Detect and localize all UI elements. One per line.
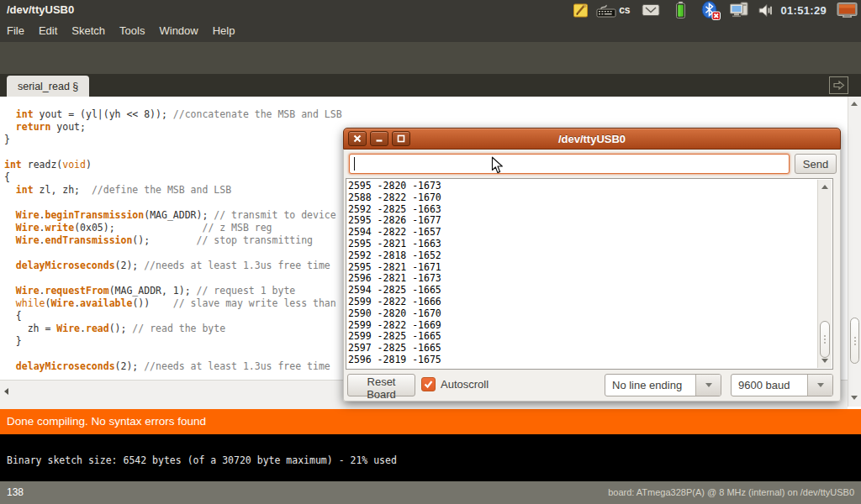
menu-bar: FileEditSketchToolsWindowHelp [0, 20, 861, 42]
autoscroll-label: Autoscroll [441, 373, 489, 396]
serial-output-row: 2596 -2819 -1675 [346, 354, 832, 366]
serial-controls-bar: Reset Board Autoscroll No line ending 96… [344, 373, 840, 402]
serial-output-row: 2594 -2825 -1665 [346, 285, 832, 297]
menu-item-help[interactable]: Help [213, 20, 235, 42]
line-ending-select[interactable]: No line ending [605, 374, 721, 396]
baud-rate-select[interactable]: 9600 baud [731, 374, 833, 396]
grip-icon [824, 339, 826, 340]
code-line: int yout = (yl|(yh << 8)); //concatenate… [4, 108, 848, 121]
serial-output-scrollbar[interactable] [817, 180, 832, 368]
editor-vertical-scrollbar[interactable] [848, 97, 861, 407]
text-caret [354, 157, 355, 171]
menu-item-file[interactable]: File [7, 20, 24, 42]
arrow-right-icon [832, 80, 845, 91]
mail-icon[interactable] [642, 3, 660, 17]
display-icon[interactable] [837, 2, 858, 19]
notification-bar: Done compiling. No syntax errors found [0, 409, 861, 434]
scroll-up-icon[interactable] [821, 185, 828, 189]
system-tray: cs 01:51:29 [573, 0, 859, 20]
keyboard-layout-indicator[interactable]: cs [619, 4, 630, 16]
notification-text: Done compiling. No syntax errors found [7, 409, 206, 434]
menu-item-tools[interactable]: Tools [119, 20, 145, 42]
serial-monitor-window: /dev/ttyUSB0 Send 2595 -2820 -16732588 -… [343, 128, 841, 402]
serial-output-row: 2595 -2826 -1677 [346, 215, 832, 227]
scrollbar-thumb[interactable] [820, 321, 830, 358]
serial-output-row: 2599 -2825 -1665 [346, 331, 832, 343]
serial-output-row: 2599 -2822 -1669 [346, 320, 832, 332]
serial-output-row: 2599 -2822 -1666 [346, 297, 832, 308]
serial-output-row: 2590 -2820 -1670 [346, 308, 832, 320]
serial-output-row: 2595 -2821 -1663 [346, 239, 832, 250]
tab-list-button[interactable] [829, 76, 848, 94]
serial-output-row: 2592 -2825 -1663 [346, 204, 832, 216]
serial-output-row: 2592 -2818 -1652 [346, 250, 832, 262]
battery-icon[interactable] [673, 1, 688, 19]
menu-item-sketch[interactable]: Sketch [71, 20, 105, 42]
scroll-down-icon[interactable] [851, 396, 858, 400]
panel-window-title: /dev/ttyUSB0 [7, 0, 74, 20]
serial-output-row: 2588 -2822 -1670 [346, 192, 832, 204]
status-bar: 138 board: ATmega328P(A) @ 8 MHz (intern… [0, 481, 861, 504]
serial-output-row: 2596 -2821 -1673 [346, 273, 832, 285]
mouse-cursor [491, 156, 504, 178]
autoscroll-checkbox[interactable] [421, 377, 436, 391]
top-panel: /dev/ttyUSB0 cs 01:51: [0, 0, 861, 20]
console-output: Binary sketch size: 6542 bytes (of a 307… [0, 434, 861, 481]
serial-output-rows: 2595 -2820 -16732588 -2822 -16702592 -28… [346, 179, 832, 366]
network-icon[interactable] [729, 1, 751, 19]
serial-window-body: Send 2595 -2820 -16732588 -2822 -1670259… [343, 150, 841, 402]
grip-icon [854, 340, 856, 342]
menu-item-edit[interactable]: Edit [39, 20, 57, 42]
menu-item-window[interactable]: Window [159, 20, 198, 42]
line-number-indicator: 138 [7, 481, 24, 503]
bluetooth-icon[interactable] [700, 1, 721, 20]
arduino-ide-screen: /dev/ttyUSB0 cs 01:51: [0, 0, 861, 504]
volume-icon[interactable] [758, 3, 774, 18]
dropdown-button[interactable] [807, 375, 832, 396]
check-icon [423, 379, 434, 390]
serial-output-row: 2595 -2820 -1673 [346, 181, 832, 192]
serial-window-title: /dev/ttyUSB0 [344, 129, 840, 150]
scroll-left-icon[interactable] [4, 388, 8, 395]
reset-board-button[interactable]: Reset Board [347, 374, 415, 396]
serial-window-titlebar[interactable]: /dev/ttyUSB0 [343, 128, 841, 150]
keyboard-icon[interactable] [596, 2, 616, 19]
board-indicator: board: ATmega328P(A) @ 8 MHz (internal) … [608, 481, 854, 503]
clock[interactable]: 01:51:29 [781, 4, 827, 17]
chevron-down-icon [705, 383, 712, 387]
serial-output-row: 2595 -2821 -1671 [346, 262, 832, 274]
toolbar [0, 42, 861, 74]
scroll-down-icon[interactable] [821, 359, 828, 363]
scrollbar-thumb[interactable] [850, 318, 859, 364]
tab-serial-read[interactable]: serial_read § [7, 76, 89, 97]
scroll-up-icon[interactable] [851, 102, 858, 106]
serial-output-area[interactable]: 2595 -2820 -16732588 -2822 -16702592 -28… [346, 178, 833, 370]
dropdown-button[interactable] [695, 375, 721, 396]
send-button[interactable]: Send [795, 154, 837, 174]
tab-strip: serial_read § [0, 74, 861, 97]
serial-output-row: 2597 -2825 -1665 [346, 343, 832, 354]
chevron-down-icon [817, 383, 824, 387]
serial-send-input[interactable] [349, 154, 790, 174]
note-icon[interactable] [573, 2, 590, 19]
serial-output-row: 2594 -2822 -1657 [346, 227, 832, 239]
console-text: Binary sketch size: 6542 bytes (of a 307… [7, 454, 397, 466]
tab-label: serial_read § [18, 81, 78, 92]
